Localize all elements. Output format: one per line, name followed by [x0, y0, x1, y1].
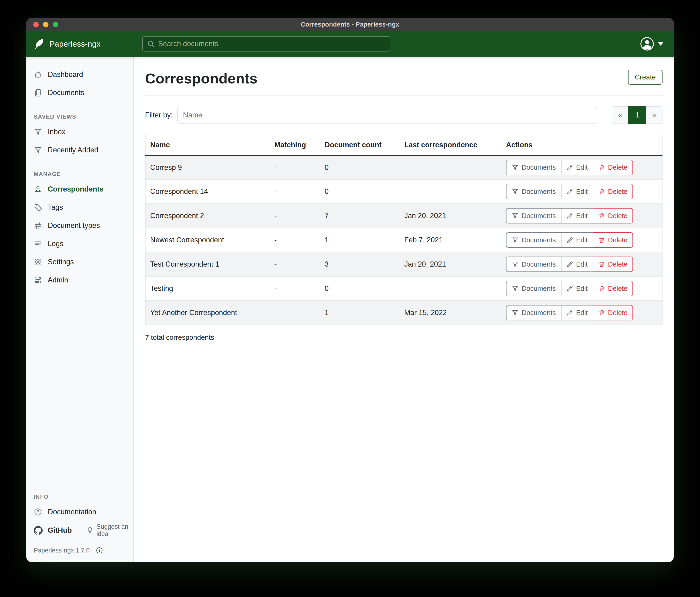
create-button[interactable]: Create: [628, 70, 662, 85]
filter-row: Filter by: « 1 »: [145, 106, 662, 124]
minimize-window-button[interactable]: [43, 22, 48, 27]
pencil-icon: [567, 213, 573, 219]
sidebar-item-documents[interactable]: Documents: [26, 83, 133, 102]
cell-document-count: 0: [320, 277, 400, 301]
github-row: GitHub Suggest an idea: [26, 521, 133, 540]
page-title: Correspondents: [145, 70, 257, 87]
row-documents-button[interactable]: Documents: [506, 232, 561, 248]
row-delete-button[interactable]: Delete: [593, 232, 633, 248]
cell-matching: -: [270, 228, 320, 252]
chevron-down-icon: [658, 42, 664, 46]
github-icon: [34, 526, 43, 535]
zoom-window-button[interactable]: [53, 22, 58, 27]
funnel-icon: [511, 309, 519, 316]
row-documents-button[interactable]: Documents: [506, 281, 561, 296]
macos-titlebar: Correspondents - Paperless-ngx: [26, 18, 674, 31]
sidebar-item-github[interactable]: GitHub: [26, 521, 72, 540]
table-row: Correspondent 14 - 0 Documents: [145, 180, 662, 204]
funnel-icon: [511, 188, 519, 195]
row-edit-button[interactable]: Edit: [561, 208, 593, 223]
row-edit-button[interactable]: Edit: [561, 184, 593, 199]
sidebar-item-label: Logs: [48, 240, 63, 248]
sidebar-item-inbox[interactable]: Inbox: [26, 123, 133, 141]
sidebar-item-document-types[interactable]: Document types: [26, 216, 133, 235]
files-icon: [34, 89, 42, 97]
suggest-idea-label: Suggest an idea: [96, 523, 133, 538]
sidebar-item-recently-added[interactable]: Recently Added: [26, 141, 133, 159]
sidebar-item-label: Tags: [48, 203, 63, 212]
filter-name-input[interactable]: [177, 107, 597, 123]
row-actions: Documents Edit: [506, 184, 633, 199]
cell-matching: -: [270, 277, 320, 301]
row-edit-button[interactable]: Edit: [561, 232, 593, 248]
close-window-button[interactable]: [33, 22, 39, 27]
row-edit-button[interactable]: Edit: [561, 305, 593, 320]
sidebar-item-dashboard[interactable]: Dashboard: [26, 66, 133, 83]
pencil-icon: [567, 309, 573, 316]
window-title: Correspondents - Paperless-ngx: [301, 21, 399, 28]
row-delete-button[interactable]: Delete: [593, 305, 633, 320]
global-search[interactable]: [142, 36, 390, 51]
cell-actions: Documents Edit: [501, 180, 662, 204]
documents-button-label: Documents: [522, 164, 556, 171]
sidebar-item-documentation[interactable]: Documentation: [26, 503, 133, 521]
row-delete-button[interactable]: Delete: [593, 184, 633, 199]
pencil-icon: [567, 285, 573, 292]
cell-matching: -: [270, 155, 320, 180]
row-documents-button[interactable]: Documents: [506, 160, 561, 175]
sidebar-item-correspondents[interactable]: Correspondents: [26, 180, 133, 198]
info-circle-icon[interactable]: [96, 547, 103, 554]
row-documents-button[interactable]: Documents: [506, 305, 561, 320]
delete-button-label: Delete: [608, 236, 628, 244]
row-documents-button[interactable]: Documents: [506, 184, 561, 199]
traffic-lights: [33, 18, 58, 31]
cell-matching: -: [270, 252, 320, 277]
search-icon: [147, 40, 155, 48]
column-header-name[interactable]: Name: [145, 134, 270, 155]
cell-actions: Documents Edit: [501, 277, 662, 301]
user-menu[interactable]: [640, 37, 664, 51]
brand[interactable]: Paperless-ngx: [33, 38, 142, 50]
row-edit-button[interactable]: Edit: [561, 257, 593, 272]
cell-last-correspondence: [400, 180, 501, 204]
row-edit-button[interactable]: Edit: [561, 160, 593, 175]
row-delete-button[interactable]: Delete: [593, 257, 633, 272]
trash-icon: [598, 164, 605, 171]
sidebar-item-logs[interactable]: Logs: [26, 235, 133, 253]
column-header-last-correspondence[interactable]: Last correspondence: [400, 134, 501, 155]
sidebar-item-admin[interactable]: Admin: [26, 271, 133, 289]
table-row: Newest Correspondent - 1 Feb 7, 2021 Doc…: [145, 228, 662, 252]
cell-document-count: 0: [320, 180, 400, 204]
tag-icon: [34, 203, 42, 212]
delete-button-label: Delete: [608, 188, 628, 195]
app-window: Correspondents - Paperless-ngx Paperless…: [26, 18, 674, 562]
documents-button-label: Documents: [522, 212, 556, 220]
pagination-page-1[interactable]: 1: [628, 106, 646, 124]
row-edit-button[interactable]: Edit: [561, 281, 593, 296]
app-navbar: Paperless-ngx: [26, 31, 674, 57]
cell-last-correspondence: Jan 20, 2021: [400, 204, 501, 228]
row-documents-button[interactable]: Documents: [506, 208, 561, 223]
row-delete-button[interactable]: Delete: [593, 208, 633, 223]
cell-name: Corresp 9: [145, 155, 270, 180]
sidebar-item-suggest-idea[interactable]: Suggest an idea: [86, 523, 133, 538]
search-input[interactable]: [158, 40, 385, 48]
column-header-matching[interactable]: Matching: [270, 134, 320, 155]
row-delete-button[interactable]: Delete: [593, 281, 633, 296]
table-header-row: Name Matching Document count Last corres…: [145, 134, 662, 155]
pagination-prev-button[interactable]: «: [612, 106, 628, 124]
delete-button-label: Delete: [608, 261, 628, 268]
column-header-document-count[interactable]: Document count: [320, 134, 400, 155]
cell-actions: Documents Edit: [501, 301, 662, 325]
sidebar-item-label: Inbox: [48, 128, 66, 136]
sidebar-item-settings[interactable]: Settings: [26, 253, 133, 271]
row-delete-button[interactable]: Delete: [593, 160, 633, 175]
documents-button-label: Documents: [522, 261, 556, 268]
trash-icon: [598, 285, 605, 292]
trash-icon: [598, 188, 605, 195]
row-documents-button[interactable]: Documents: [506, 257, 561, 272]
sidebar-item-tags[interactable]: Tags: [26, 198, 133, 216]
pagination: « 1 »: [612, 106, 662, 124]
pagination-next-button[interactable]: »: [646, 106, 662, 124]
table-row: Yet Another Correspondent - 1 Mar 15, 20…: [145, 301, 662, 325]
